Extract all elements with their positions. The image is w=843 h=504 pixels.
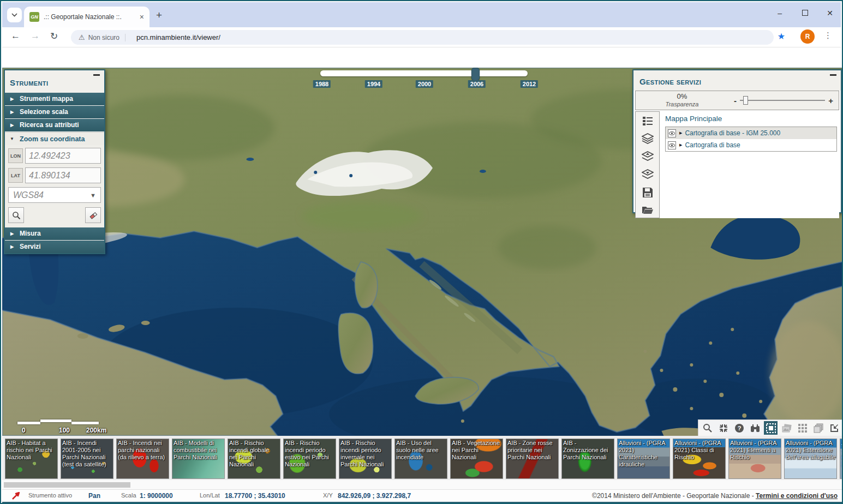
window-maximize-button[interactable] bbox=[802, 9, 808, 17]
collapse-arrows-icon bbox=[719, 423, 728, 433]
accordion-zoom-coordinata[interactable]: ▼Zoom su coordinata bbox=[5, 132, 104, 145]
layer-thumbnail[interactable]: AIB - Zonizzazione dei Parchi Nazionali bbox=[561, 439, 614, 479]
zoom-box-button[interactable] bbox=[701, 421, 714, 435]
layer-thumbnail[interactable]: Alluvioni - (PGRA 2021) Elementi a Risch… bbox=[728, 439, 781, 479]
transparency-slider-thumb[interactable] bbox=[743, 96, 748, 105]
transparency-label: Trasparenza bbox=[636, 101, 728, 108]
help-icon: ? bbox=[734, 423, 744, 433]
clear-coordinate-button[interactable] bbox=[85, 207, 101, 223]
back-button[interactable]: ← bbox=[11, 31, 20, 41]
lower-layer-icon[interactable] bbox=[642, 169, 654, 182]
transparency-plus-button[interactable]: + bbox=[828, 96, 833, 105]
panel-minimize-button[interactable] bbox=[830, 74, 836, 76]
raise-layer-icon[interactable] bbox=[642, 151, 654, 164]
layer-thumbnail[interactable]: AIB - Uso del suolo nelle aree incendiat… bbox=[394, 439, 447, 479]
browser-menu-icon[interactable]: ⋮ bbox=[824, 31, 832, 40]
layer-thumbnail[interactable]: AIB - Vegetazione nei Parchi Nazionali bbox=[450, 439, 503, 479]
layer-copies-button[interactable] bbox=[811, 421, 825, 435]
accordion-strumenti-mappa[interactable]: ▶Strumenti mappa bbox=[5, 93, 104, 105]
lat-input[interactable] bbox=[25, 167, 101, 183]
forward-button[interactable]: → bbox=[31, 31, 40, 41]
open-map-icon[interactable] bbox=[642, 205, 654, 217]
transparency-minus-button[interactable]: - bbox=[734, 96, 737, 105]
chevron-right-icon[interactable]: ▶ bbox=[679, 131, 682, 135]
layer-thumbnail[interactable]: AIB - Habitat a rischio nei Parchi Nazio… bbox=[5, 439, 58, 479]
tab-close-icon[interactable]: × bbox=[140, 13, 144, 21]
address-bar[interactable]: ⚠ Non sicuro pcn.minambiente.it/viewer/ bbox=[71, 30, 774, 45]
accordion-misura[interactable]: ▶Misura bbox=[5, 227, 104, 240]
chevron-down-icon: ▼ bbox=[10, 133, 14, 146]
thumbnail-scrollbar-track[interactable] bbox=[2, 480, 843, 489]
thumbnail-label: AIB - Zonizzazione dei Parchi Nazionali bbox=[562, 439, 614, 461]
security-label[interactable]: Non sicuro bbox=[88, 34, 125, 41]
layer-thumbnail[interactable]: AIB - Incendi nei parchi nazionali (da r… bbox=[116, 439, 169, 479]
map-viewport[interactable]: 1988 1994 2000 2006 2012 Strumenti ▶Stru… bbox=[2, 68, 843, 436]
layer-label[interactable]: Cartografia di base bbox=[685, 141, 740, 149]
thumbnail-label: AIB - Modelli di combustibile nei Parchi… bbox=[172, 439, 224, 461]
browser-tab[interactable]: GN .:: Geoportale Nazionale ::. × bbox=[24, 7, 150, 27]
timeline-year-label: 2006 bbox=[468, 80, 486, 88]
page-header-strip bbox=[2, 48, 841, 68]
layer-thumbnail[interactable]: AIB - Zone rosse prioritarie nei Parchi … bbox=[506, 439, 559, 479]
thumbnail-label: AIB - Uso del suolo nelle aree incendiat… bbox=[395, 439, 447, 461]
thumbnail-label: AIB - Rischio incendi periodo estivo nei… bbox=[284, 439, 336, 469]
lon-label: LON bbox=[8, 148, 23, 163]
layer-row-igm25000[interactable]: ▶ Cartografia di base - IGM 25.000 bbox=[666, 127, 836, 139]
export-button[interactable] bbox=[827, 421, 841, 435]
window-close-button[interactable]: ✕ bbox=[827, 9, 833, 17]
reload-button[interactable]: ↻ bbox=[50, 31, 58, 42]
layer-thumbnail[interactable]: AIB - Rischio incendi periodo invernale … bbox=[339, 439, 392, 479]
crs-select[interactable]: WGS84 ▼ bbox=[8, 187, 101, 203]
scale-label: 100 bbox=[59, 427, 70, 434]
grid-button[interactable] bbox=[796, 421, 809, 435]
eraser-icon bbox=[89, 211, 98, 220]
save-map-icon[interactable] bbox=[642, 187, 653, 200]
chevron-down-icon: ▼ bbox=[90, 192, 96, 199]
add-layers-icon[interactable] bbox=[642, 133, 654, 146]
layer-thumbnail[interactable]: AIB - Modelli di combustibile nei Parchi… bbox=[172, 439, 225, 479]
scale-label: 0 bbox=[22, 427, 26, 434]
timeline-slider-track[interactable] bbox=[320, 70, 528, 76]
layer-thumbnail[interactable]: AIB - Rischio incendi globale nei Parchi… bbox=[228, 439, 280, 479]
thumbnail-label: AIB - Rischio incendi periodo invernale … bbox=[339, 439, 391, 469]
layer-thumbnail[interactable]: Alluvioni - (PGRA 2021) Classi di Rischi… bbox=[673, 439, 726, 479]
layer-thumbnail[interactable]: AIB - Incendi 2001-2005 nei Parchi Nazio… bbox=[61, 439, 113, 479]
panel-minimize-button[interactable] bbox=[93, 74, 100, 76]
zoom-to-coordinate-button[interactable] bbox=[8, 207, 24, 223]
layer-row-cartografia-base[interactable]: ▶ Cartografia di base bbox=[666, 139, 836, 151]
timeline-year-label: 2012 bbox=[521, 80, 538, 88]
layer-visibility-toggle[interactable] bbox=[668, 129, 676, 137]
help-button[interactable]: ? bbox=[732, 421, 746, 435]
chevron-right-icon[interactable]: ▶ bbox=[679, 143, 682, 147]
thumbnail-scrollbar-thumb[interactable] bbox=[4, 482, 130, 488]
security-warning-icon: ⚠ bbox=[79, 33, 85, 41]
layer-thumbnail-partial[interactable]: Alluvioni - (PGRA 2021) bbox=[840, 439, 843, 479]
accordion-servizi[interactable]: ▶Servizi bbox=[5, 241, 104, 253]
images-button[interactable] bbox=[780, 421, 793, 435]
layer-thumbnail[interactable]: Alluvioni - (PGRA 2021) Caratteristiche … bbox=[617, 439, 670, 479]
accordion-ricerca-attributi[interactable]: ▶Ricerca su attributi bbox=[5, 119, 104, 131]
new-tab-button[interactable]: + bbox=[156, 9, 162, 21]
layer-label[interactable]: Cartografia di base - IGM 25.000 bbox=[685, 129, 780, 137]
legend-icon[interactable] bbox=[642, 116, 653, 128]
tab-search-button[interactable] bbox=[7, 8, 22, 22]
timeline-slider-thumb[interactable] bbox=[471, 68, 480, 81]
bookmark-star-icon[interactable]: ★ bbox=[778, 31, 785, 41]
layer-thumbnail[interactable]: AIB - Rischio incendi periodo estivo nei… bbox=[283, 439, 336, 479]
layer-visibility-toggle[interactable] bbox=[668, 141, 676, 149]
lat-label: LAT bbox=[8, 168, 23, 183]
find-button[interactable] bbox=[748, 421, 762, 435]
thumbnail-label: Alluvioni - (PGRA 2021) Classi di Rischi… bbox=[673, 439, 725, 461]
accordion-selezione-scala[interactable]: ▶Selezione scala bbox=[5, 106, 104, 118]
transparency-slider-track[interactable] bbox=[740, 100, 825, 101]
overview-map-button[interactable] bbox=[764, 421, 778, 435]
profile-avatar[interactable]: R bbox=[800, 29, 815, 44]
terms-link[interactable]: Termini e condizioni d'uso bbox=[756, 492, 838, 500]
lon-input[interactable] bbox=[25, 148, 101, 164]
window-minimize-button[interactable]: – bbox=[778, 9, 782, 17]
transparency-value: 0% bbox=[636, 93, 728, 101]
layer-thumbnail[interactable]: Alluvioni - (PGRA 2021) Estensione dell'… bbox=[784, 439, 837, 479]
services-panel-title: Gestione servizi bbox=[633, 70, 841, 91]
url-text[interactable]: pcn.minambiente.it/viewer/ bbox=[136, 33, 220, 41]
zoom-extent-button[interactable] bbox=[716, 421, 730, 435]
